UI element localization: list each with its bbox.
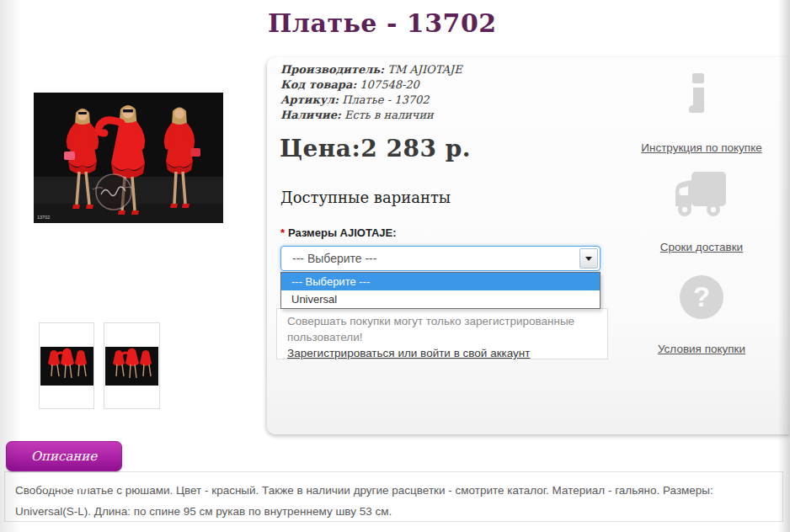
- meta-value: ТМ AJIOTAJE: [387, 63, 462, 76]
- size-select-dropdown: --- Выберите --- Universal: [280, 272, 601, 309]
- meta-label: Код товара:: [280, 78, 356, 91]
- meta-label: Наличие:: [280, 109, 341, 121]
- product-image[interactable]: 13702: [34, 93, 223, 223]
- price-value: 2 283 р.: [360, 135, 471, 162]
- price-label: Цена:: [280, 135, 360, 162]
- dropdown-option-default[interactable]: --- Выберите ---: [281, 273, 600, 290]
- meta-value: Платье - 13702: [342, 93, 429, 106]
- image-code-label: 13702: [37, 215, 50, 220]
- tab-label: Описание модели: [7, 442, 121, 499]
- notice-text: Совершать покупки могут только зарегистр…: [287, 313, 597, 345]
- purchase-instructions-link[interactable]: Инструкция по покупке: [632, 141, 771, 154]
- meta-value: Есть в наличии: [344, 109, 434, 121]
- meta-value: 107548-20: [360, 78, 419, 91]
- meta-label: Производитель:: [280, 63, 384, 76]
- thumbnail-2[interactable]: [104, 322, 160, 409]
- registration-notice: Совершать покупки могут только зарегистр…: [276, 308, 608, 359]
- purchase-conditions-link[interactable]: Условия покупки: [632, 343, 771, 355]
- meta-label: Артикул:: [280, 93, 339, 106]
- delivery-terms-link[interactable]: Сроки доставки: [632, 241, 771, 253]
- dropdown-arrow-button[interactable]: [579, 248, 598, 269]
- question-glyph: ?: [680, 281, 723, 313]
- page-title: Платье - 13702: [268, 8, 497, 38]
- product-meta: Производитель: ТМ AJIOTAJE Код товара: 1…: [280, 62, 462, 123]
- size-label-text: Размеры AJIOTAJE:: [288, 226, 396, 239]
- description-text: Свободное платье с рюшами. Цвет - красны…: [15, 480, 772, 522]
- size-select[interactable]: --- Выберите ---: [280, 246, 601, 271]
- tab-model-description[interactable]: Описание модели: [6, 441, 122, 471]
- required-mark: *: [280, 226, 285, 239]
- meta-row-availability: Наличие: Есть в наличии: [280, 108, 462, 123]
- meta-row-manufacturer: Производитель: ТМ AJIOTAJE: [280, 62, 462, 77]
- meta-row-code: Код товара: 107548-20: [280, 77, 462, 93]
- info-icon: [684, 72, 714, 121]
- thumbnail-1[interactable]: [39, 322, 94, 409]
- product-page: Платье - 13702 Производитель: ТМ AJIOTAJ…: [0, 0, 790, 532]
- available-variants-heading: Доступные варианты: [280, 189, 451, 206]
- dropdown-option-universal[interactable]: Universal: [281, 290, 600, 308]
- price: Цена:2 283 р.: [280, 135, 471, 162]
- chevron-down-icon: [585, 257, 592, 261]
- size-select-value: --- Выберите ---: [292, 247, 376, 270]
- truck-icon: [673, 171, 729, 221]
- size-option-label: *Размеры AJIOTAJE:: [280, 226, 397, 239]
- register-or-login-link[interactable]: Зарегистрироваться или войти в свой акка…: [287, 347, 531, 359]
- question-icon: ?: [680, 275, 723, 319]
- meta-row-sku: Артикул: Платье - 13702: [280, 93, 462, 108]
